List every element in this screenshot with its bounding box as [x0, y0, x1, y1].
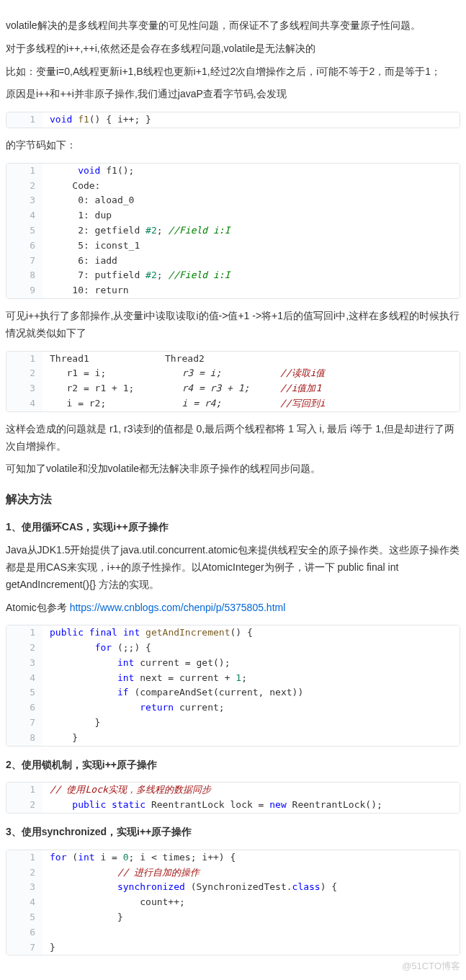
line-number: 1: [6, 164, 42, 179]
line-number: 4: [6, 671, 42, 686]
code-content: return current;: [42, 700, 460, 716]
code-block-5: 1// 使用Lock实现，多线程的数据同步 2 public static Re…: [6, 782, 460, 814]
code-content: 0: aload_0: [42, 193, 460, 208]
line-number: 5: [6, 223, 42, 239]
code-content: for (int i = 0; i < times; i++) {: [42, 850, 460, 865]
line-number: 4: [6, 208, 42, 223]
code-content: Thread1Thread2: [42, 352, 460, 367]
line-number: 3: [6, 880, 42, 895]
line-number: 1: [6, 625, 42, 641]
line-number: 4: [6, 396, 42, 411]
sub-heading-2: 2、使用锁机制，实现i++原子操作: [6, 757, 460, 774]
line-number: 5: [6, 910, 42, 925]
line-number: 1: [6, 850, 42, 865]
para: 对于多线程的i++,++i,依然还是会存在多线程问题,volatile是无法解决…: [6, 40, 460, 58]
code-content: // 使用Lock实现，多线程的数据同步: [42, 783, 460, 798]
line-number: 2: [6, 865, 42, 881]
line-number: 6: [6, 925, 42, 940]
line-number: 2: [6, 366, 42, 381]
line-number: 9: [6, 283, 42, 298]
para: 的字节码如下：: [6, 137, 460, 154]
code-content: public static ReentrantLock lock = new R…: [42, 798, 460, 813]
line-number: 2: [6, 179, 42, 194]
line-number: 8: [6, 731, 42, 746]
code-content: if (compareAndSet(current, next)): [42, 685, 460, 700]
para: 原因是i++和++i并非原子操作,我们通过javaP查看字节码,会发现: [6, 86, 460, 103]
watermark: @51CTO博客: [402, 958, 460, 974]
line-number: 3: [6, 381, 42, 396]
code-block-2: 1 void f1(); 2 Code: 3 0: aload_0 4 1: d…: [6, 163, 460, 299]
code-content: public final int getAndIncrement() {: [42, 625, 460, 641]
code-content: }: [42, 910, 460, 925]
code-content: count++;: [42, 895, 460, 910]
code-content: Code:: [42, 179, 460, 194]
sub-heading-3: 3、使用synchronized，实现i++原子操作: [6, 824, 460, 841]
line-number: 3: [6, 193, 42, 208]
heading-solution: 解决方法: [6, 489, 460, 509]
code-content: i = r2; i = r4;//写回到i: [42, 396, 460, 411]
line-number: 5: [6, 685, 42, 700]
line-number: 1: [6, 783, 42, 798]
para: 可见i++执行了多部操作,从变量i中读取读取i的值->值+1 ->将+1后的值写…: [6, 308, 460, 342]
code-content: int next = current + 1;: [42, 671, 460, 686]
sub-heading-1: 1、使用循环CAS，实现i++原子操作: [6, 519, 460, 536]
line-number: 7: [6, 940, 42, 956]
code-content: for (;;) {: [42, 641, 460, 656]
line-number: 1: [6, 352, 42, 367]
code-content: }: [42, 940, 460, 956]
code-content: r1 = i; r3 = i;//读取i值: [42, 366, 460, 381]
line-number: 6: [6, 239, 42, 254]
code-content: }: [42, 716, 460, 731]
para: 比如：变量i=0,A线程更新i+1,B线程也更新i+1,经过2次自增操作之后，i…: [6, 63, 460, 81]
line-number: 7: [6, 716, 42, 731]
code-content: synchronized (SynchronizedTest.class) {: [42, 880, 460, 895]
code-content: 7: putfield #2; //Field i:I: [42, 268, 460, 283]
line-number: 3: [6, 656, 42, 671]
para: Atomic包参考 https://www.cnblogs.com/chenpi…: [6, 600, 460, 617]
line-number: 8: [6, 268, 42, 283]
code-content: 6: iadd: [42, 254, 460, 269]
line-number: 7: [6, 254, 42, 269]
code-block-4: 1public final int getAndIncrement() { 2 …: [6, 625, 460, 746]
code-content: }: [42, 731, 460, 746]
code-content: r2 = r1 + 1; r4 = r3 + 1;//i值加1: [42, 381, 460, 396]
line-number: 2: [6, 641, 42, 656]
line-number: 4: [6, 895, 42, 910]
para: volatile解决的是多线程间共享变量的可见性问题，而保证不了多线程间共享变量…: [6, 17, 460, 35]
code-block-6: 1for (int i = 0; i < times; i++) { 2 // …: [6, 850, 460, 956]
para: Java从JDK1.5开始提供了java.util.concurrent.ato…: [6, 542, 460, 593]
line-number: 2: [6, 798, 42, 813]
code-content: 1: dup: [42, 208, 460, 223]
code-content: 10: return: [42, 283, 460, 298]
code-content: void f1();: [42, 164, 460, 179]
code-content: 5: iconst_1: [42, 239, 460, 254]
code-content: // 进行自加的操作: [42, 865, 460, 881]
line-number: 6: [6, 700, 42, 716]
code-content: void f1() { i++; }: [42, 112, 460, 128]
code-content: int current = get();: [42, 656, 460, 671]
code-block-3: 1Thread1Thread2 2 r1 = i; r3 = i;//读取i值 …: [6, 351, 460, 412]
para: 这样会造成的问题就是 r1, r3读到的值都是 0,最后两个线程都将 1 写入 …: [6, 421, 460, 455]
para: 可知加了volatile和没加volatile都无法解决非原子操作的线程同步问题…: [6, 460, 460, 478]
code-content: 2: getfield #2; //Field i:I: [42, 223, 460, 239]
line-number: 1: [6, 112, 42, 128]
atomic-link[interactable]: https://www.cnblogs.com/chenpi/p/5375805…: [70, 602, 286, 613]
code-block-1: 1void f1() { i++; }: [6, 112, 460, 128]
